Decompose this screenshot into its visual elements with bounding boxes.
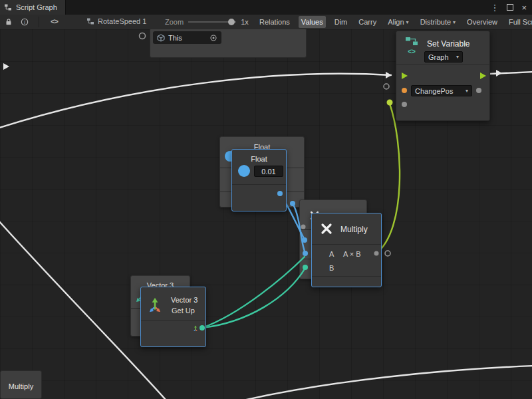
variable-scope-dropdown[interactable]: Graph ▾ [424,51,463,63]
cube-icon [157,34,165,42]
wire-vector3-to-multiply-1[interactable] [202,257,305,328]
tab-script-graph[interactable]: Script Graph [0,0,66,15]
variable-port[interactable] [402,88,407,93]
node-target-this[interactable]: This [150,29,307,58]
node-set-variable[interactable]: <> Set Variable Graph ▾ ChangePos ▾ [396,31,490,121]
multiply-icon [320,222,333,235]
toolbar-buttons: Relations Values Dim Carry Align ▾ Distr… [257,15,532,29]
carry-button[interactable]: Carry [356,16,379,28]
overview-button[interactable]: Overview [464,16,500,28]
lock-icon[interactable] [5,18,13,27]
zoom-value: 1x [241,18,249,26]
wire-vector3-to-multiply-2[interactable] [202,268,305,328]
zoom-handle[interactable] [228,19,235,25]
node-title: Multiply [340,225,368,234]
fullscreen-button[interactable]: Full Screen [506,16,532,28]
wire-flow-in[interactable] [0,74,391,128]
zoom-control: Zoom 1x [165,17,249,27]
chevron-down-icon: ▾ [406,19,409,25]
graph-asset-icon [86,17,94,25]
info-icon[interactable]: i [21,18,29,26]
target-object-field[interactable]: This [153,31,221,44]
value-input-port[interactable] [402,102,407,107]
graph-name: RotateSpeed 1 [98,17,146,25]
distribute-button[interactable]: Distribute ▾ [418,16,458,28]
node-float[interactable]: Float 0.01 [231,149,287,211]
titlebar: Script Graph ⋮ × [0,0,532,15]
node-multiply[interactable]: Multiply A A × B B [311,213,382,287]
node-multiply-partial[interactable]: Multiply [0,370,42,399]
variable-value: ChangePos [415,87,454,95]
window-controls: ⋮ × [490,3,527,13]
distribute-label: Distribute [420,18,451,26]
vector3-icon [146,295,164,314]
code-icon[interactable]: <> [51,17,58,25]
flow-output-port[interactable] [480,72,486,79]
svg-text:i: i [24,19,25,25]
wire-arrow-icon [496,70,502,76]
align-label: Align [388,18,404,26]
script-graph-icon [4,3,12,11]
target-label: This [168,34,182,42]
align-button[interactable]: Align ▾ [385,16,411,28]
port-b-label: B [329,264,334,272]
node-vector3-get-up[interactable]: Vector 3 Get Up [140,287,206,347]
dim-button[interactable]: Dim [332,16,350,28]
float-icon [238,165,250,177]
float-value: 0.01 [261,168,275,176]
relations-button[interactable]: Relations [257,16,293,28]
chevron-down-icon: ▾ [466,88,468,94]
wire-endpoint-lime[interactable] [387,100,393,106]
chevron-down-icon: ▾ [456,54,459,60]
toolbar-divider [39,17,39,27]
vector3-output-icon [192,325,200,332]
chevron-down-icon: ▾ [453,19,456,25]
this-input-port[interactable] [140,33,146,39]
wire-white-bottom[interactable] [243,366,532,399]
graph-toolbar: i <> RotateSpeed 1 Zoom 1x Relations Val… [0,15,532,30]
unconnected-port[interactable] [385,251,390,256]
variable-name-dropdown[interactable]: ChangePos ▾ [411,85,472,96]
wire-arrow-icon [386,72,392,78]
tab-label: Script Graph [16,3,57,11]
graph-canvas[interactable]: Float Vector 3 [0,29,532,399]
node-operation: Get Up [172,307,195,315]
port-a-label: A [329,250,334,258]
value-output-port[interactable] [476,88,481,93]
set-variable-icon: <> [401,37,422,55]
float-value-field[interactable]: 0.01 [254,166,283,177]
result-label: A × B [343,250,361,258]
node-title: Vector 3 [171,296,198,304]
window-restore-icon[interactable] [507,3,513,13]
graph-reference[interactable]: RotateSpeed 1 [86,17,146,25]
wire-arrow-icon [3,63,9,70]
values-button[interactable]: Values [299,16,326,28]
unity-visual-scripting-window: Script Graph ⋮ × i <> [0,0,532,399]
window-menu-icon[interactable]: ⋮ [490,3,499,13]
node-title: Set Variable [427,39,469,49]
object-picker-icon[interactable] [209,34,217,42]
flow-input-port[interactable] [402,72,408,79]
window-close-icon[interactable]: × [521,3,527,13]
zoom-slider[interactable] [188,17,236,27]
node-title: Float [232,155,286,163]
unconnected-port[interactable] [384,84,389,89]
wire-flow-out[interactable] [490,72,532,74]
code-glyph: <> [401,48,422,55]
zoom-label: Zoom [165,18,184,26]
node-title: Multiply [1,382,41,390]
scope-value: Graph [428,53,449,61]
